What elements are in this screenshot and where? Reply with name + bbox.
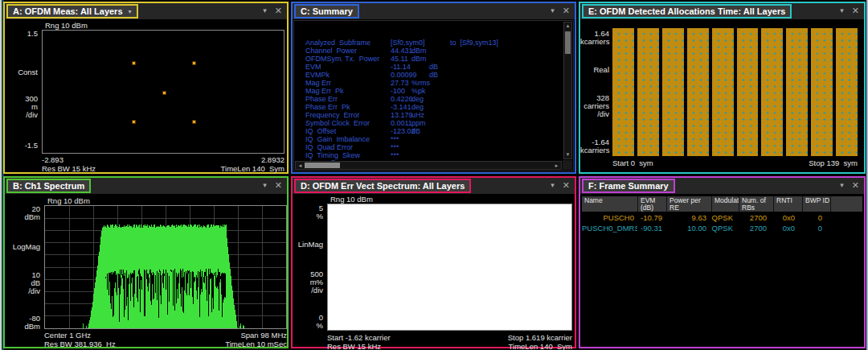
y-axis-scale-label: 328 carriers /div bbox=[580, 94, 609, 118]
summary-row: Phase Err0.4226deg bbox=[296, 95, 560, 103]
summary-row: Frequency Error13.179uHz bbox=[296, 111, 560, 119]
frame-summary-rows: PUSCH0-10.799.63QPSK27000x00PUSCH0_DMRS-… bbox=[582, 212, 862, 233]
constellation-point bbox=[163, 92, 166, 94]
panel-d-title: D: OFDM Err Vect Spectrum: All Layers bbox=[301, 181, 465, 191]
summary-vertical-scrollbar[interactable]: ▲ ▼ bbox=[563, 22, 572, 159]
scrollbar-corner bbox=[563, 160, 572, 170]
err-vect-plot[interactable] bbox=[327, 204, 572, 331]
panel-b-tab[interactable]: B: Ch1 Spectrum bbox=[6, 179, 91, 193]
frame-summary-header-cell: Num. of RBs bbox=[739, 196, 773, 212]
panel-e-content: 1.64 kcarriers Real 328 carriers /div -1… bbox=[580, 19, 864, 172]
footer-labels: Res BW 381.936 HzTimeLen 10 mSec bbox=[44, 340, 287, 348]
panel-a-content: Rng 10 dBm 1.5 Const 300 m /div -1.5 -2.… bbox=[5, 19, 287, 172]
allocation-block bbox=[811, 28, 833, 156]
panel-summary: C: Summary ▾ ✕ Analyzed Subframe[Sf0,sym… bbox=[291, 2, 576, 174]
panel-f-tab[interactable]: F: Frame Summary bbox=[582, 179, 675, 193]
summary-row: Mag Err Pk-100%pk bbox=[296, 87, 560, 95]
allocation-block bbox=[637, 28, 659, 156]
allocation-block bbox=[836, 28, 858, 156]
summary-row: IQ Offset-123.02dB bbox=[296, 127, 560, 135]
footer-labels: Res BW 15 kHzTimeLen 140 Sym bbox=[42, 164, 285, 173]
summary-row: IQ Timing Skew*** bbox=[296, 151, 560, 159]
constellation-point bbox=[193, 121, 195, 123]
panel-detected-allocations: E: OFDM Detected Allocations Time: All L… bbox=[579, 2, 866, 174]
dropdown-caret-icon[interactable]: ▾ bbox=[129, 8, 132, 15]
range-label: Rng 10 dBm bbox=[47, 196, 90, 205]
range-label: Rng 10 dBm bbox=[330, 195, 373, 204]
minimize-icon[interactable]: ▾ bbox=[840, 180, 844, 191]
spectrum-plot[interactable] bbox=[44, 205, 287, 329]
summary-readout: Analyzed Subframe[Sf0,sym0]to [Sf9,sym13… bbox=[296, 39, 560, 167]
scroll-down-icon[interactable]: ▼ bbox=[564, 151, 571, 159]
panel-d-tab[interactable]: D: OFDM Err Vect Spectrum: All Layers bbox=[294, 179, 471, 193]
y-axis-bottom-label: 0 % bbox=[293, 314, 323, 330]
scroll-left-icon[interactable]: ◄ bbox=[297, 163, 304, 170]
minimize-icon[interactable]: ▾ bbox=[551, 180, 555, 191]
scroll-up-icon[interactable]: ▲ bbox=[564, 23, 571, 30]
summary-row: Channel Power44.431dBm bbox=[296, 47, 560, 55]
frame-summary-row[interactable]: PUSCH0_DMRS-90.3110.00QPSK27000x00 bbox=[582, 223, 862, 233]
summary-row: OFDMSym. Tx. Power45.11dBm bbox=[296, 55, 560, 63]
summary-row: Mag Err27.73%rms bbox=[296, 79, 560, 87]
allocation-block bbox=[786, 28, 808, 156]
vsa-window: A: OFDM Meas: All Layers ▾ ▾ ✕ Rng 10 dB… bbox=[0, 0, 868, 350]
summary-row: EVMPk0.00099dB bbox=[296, 71, 560, 79]
minimize-icon[interactable]: ▾ bbox=[263, 6, 267, 16]
panel-b-title: B: Ch1 Spectrum bbox=[13, 181, 84, 191]
minimize-icon[interactable]: ▾ bbox=[263, 180, 267, 191]
constellation-point bbox=[133, 121, 135, 123]
close-icon[interactable]: ✕ bbox=[275, 6, 282, 16]
y-axis-scale-label: 500 m% /div bbox=[293, 270, 323, 294]
x-axis-labels: Center 1 GHzSpan 98 MHz bbox=[44, 331, 287, 340]
panel-ch1-spectrum: B: Ch1 Spectrum ▾ ✕ Rng 10 dBm 20 dBm Lo… bbox=[3, 176, 289, 348]
scroll-right-icon[interactable]: ► bbox=[553, 163, 560, 170]
close-icon[interactable]: ✕ bbox=[852, 180, 859, 191]
x-axis-labels: -2.8932.8932 bbox=[42, 155, 285, 164]
panel-e-title: E: OFDM Detected Allocations Time: All L… bbox=[588, 6, 785, 16]
panel-e-titlebar: E: OFDM Detected Allocations Time: All L… bbox=[580, 3, 864, 19]
panel-a-tab[interactable]: A: OFDM Meas: All Layers ▾ bbox=[6, 4, 138, 19]
panel-f-content: NameEVM (dB)Power per RE (dBm)Modulation… bbox=[580, 194, 864, 347]
y-axis-scale-label: 10 dB /div bbox=[5, 271, 40, 295]
panel-a-title: A: OFDM Meas: All Layers bbox=[13, 6, 123, 16]
close-icon[interactable]: ✕ bbox=[852, 6, 859, 16]
minimize-icon[interactable]: ▾ bbox=[840, 6, 844, 16]
panel-c-titlebar: C: Summary ▾ ✕ bbox=[293, 3, 575, 19]
range-label: Rng 10 dBm bbox=[45, 21, 88, 30]
summary-row: IQ Quad Error*** bbox=[296, 143, 560, 151]
y-axis-format-label: LogMag bbox=[5, 243, 40, 251]
allocation-block bbox=[761, 28, 783, 156]
panel-a-titlebar: A: OFDM Meas: All Layers ▾ ▾ ✕ bbox=[5, 3, 287, 19]
frame-summary-header-cell bbox=[831, 196, 862, 212]
footer-labels: Res BW 15 kHzTimeLen 140 Sym bbox=[327, 342, 572, 350]
panel-f-title: F: Frame Summary bbox=[588, 181, 669, 191]
x-axis-labels: Start 0 symStop 139 sym bbox=[612, 159, 858, 167]
close-icon[interactable]: ✕ bbox=[275, 180, 282, 191]
allocation-block bbox=[712, 28, 734, 156]
summary-horizontal-scrollbar[interactable]: ◄ ► bbox=[295, 161, 562, 170]
minimize-icon[interactable]: ▾ bbox=[551, 6, 555, 16]
frame-summary-row[interactable]: PUSCH0-10.799.63QPSK27000x00 bbox=[582, 212, 862, 223]
vertical-scroll-thumb[interactable] bbox=[565, 31, 571, 54]
horizontal-scroll-thumb[interactable] bbox=[305, 163, 340, 168]
summary-row: Phase Err Pk-3.141deg bbox=[296, 103, 560, 111]
panel-c-title: C: Summary bbox=[301, 6, 353, 16]
panel-e-tab[interactable]: E: OFDM Detected Allocations Time: All L… bbox=[582, 4, 792, 19]
y-axis-bottom-label: -1.5 bbox=[5, 142, 38, 150]
allocations-plot[interactable] bbox=[612, 28, 858, 156]
x-axis-labels: Start -1.62 kcarrierStop 1.619 kcarrier bbox=[327, 333, 572, 342]
close-icon[interactable]: ✕ bbox=[563, 6, 570, 16]
y-axis-scale-label: 300 m /div bbox=[5, 95, 38, 119]
summary-row: Analyzed Subframe[Sf0,sym0]to [Sf9,sym13… bbox=[296, 39, 560, 47]
panel-f-titlebar: F: Frame Summary ▾ ✕ bbox=[580, 178, 864, 194]
y-axis-top-label: 5 % bbox=[293, 204, 323, 220]
y-axis-format-label: Real bbox=[580, 66, 609, 74]
frame-summary-header-cell: Power per RE (dBm) bbox=[667, 196, 711, 212]
frame-summary-header-cell: EVM (dB) bbox=[638, 196, 666, 212]
close-icon[interactable]: ✕ bbox=[563, 180, 570, 191]
constellation-plot[interactable] bbox=[42, 30, 285, 154]
frame-summary-header-cell: BWP ID bbox=[803, 196, 830, 212]
summary-row: EVM-11.14dB bbox=[296, 63, 560, 71]
panel-c-tab[interactable]: C: Summary bbox=[294, 4, 359, 19]
allocation-block bbox=[737, 28, 759, 156]
